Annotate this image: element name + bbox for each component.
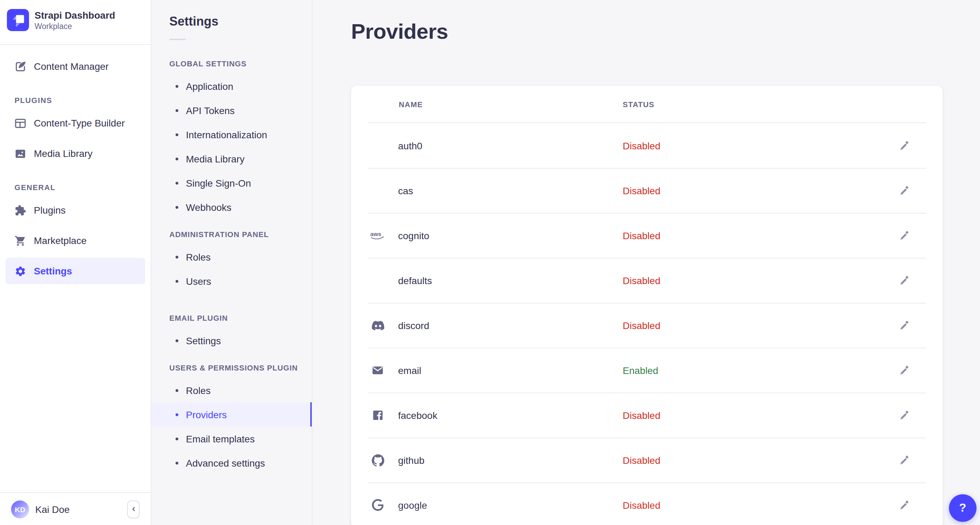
workspace-name: Workplace	[35, 21, 115, 31]
subnav-item-label: Media Library	[186, 153, 245, 164]
help-button-label: ?	[959, 501, 967, 515]
provider-name: cas	[398, 168, 413, 213]
subnav-item-label: Roles	[186, 251, 211, 262]
subnav-item-email-templates[interactable]: Email templates	[151, 426, 312, 451]
subnav-item-label: Advanced settings	[186, 457, 265, 468]
subnav-item-api-tokens[interactable]: API Tokens	[151, 98, 312, 123]
edit-provider-button[interactable]	[894, 226, 914, 245]
edit-provider-button[interactable]	[894, 495, 914, 515]
column-header-name: NAME	[399, 86, 423, 123]
pencil-icon	[899, 364, 910, 376]
no-icon	[370, 168, 386, 213]
provider-status: Disabled	[623, 213, 660, 258]
edit-provider-button[interactable]	[894, 450, 914, 470]
subnav-section-email-plugin: EMAIL PLUGIN Settings	[151, 314, 312, 353]
edit-provider-button[interactable]	[894, 361, 914, 380]
nav-item-media-library[interactable]: Media Library	[6, 140, 145, 167]
nav-item-label: Marketplace	[34, 235, 87, 246]
subnav-item-users[interactable]: Users	[151, 269, 312, 293]
subnav-item-label: Email templates	[186, 433, 255, 444]
pencil-icon	[899, 140, 910, 151]
pencil-icon	[899, 455, 910, 466]
bullet-icon	[175, 206, 178, 208]
nav-section-general-label: GENERAL	[0, 183, 151, 191]
bullet-icon	[175, 133, 178, 136]
edit-provider-button[interactable]	[894, 181, 914, 200]
provider-name: github	[398, 438, 424, 482]
subnav-item-label: API Tokens	[186, 105, 235, 116]
nav-item-settings[interactable]: Settings	[6, 258, 145, 284]
bullet-icon	[175, 339, 178, 342]
divider	[169, 39, 186, 40]
provider-row-defaults: defaults Disabled	[351, 258, 943, 303]
table-header-row: NAME STATUS	[351, 86, 943, 123]
provider-name: defaults	[398, 258, 432, 303]
user-avatar[interactable]: KD	[11, 500, 29, 518]
provider-status: Disabled	[623, 482, 660, 525]
subnav-title: Settings	[151, 14, 312, 29]
subnav-item-label: Settings	[186, 335, 221, 346]
provider-row-discord: discord Disabled	[351, 303, 943, 348]
nav-item-label: Plugins	[34, 205, 66, 216]
subnav-item-media-library[interactable]: Media Library	[151, 146, 312, 171]
subnav-section-users-permissions-plugin: USERS & PERMISSIONS PLUGIN Roles Provide…	[151, 364, 312, 475]
provider-status: Disabled	[623, 168, 660, 213]
discord-icon	[370, 303, 386, 348]
help-button[interactable]: ?	[949, 494, 977, 522]
provider-status: Disabled	[623, 438, 660, 482]
edit-provider-button[interactable]	[894, 270, 914, 290]
subnav-item-internationalization[interactable]: Internationalization	[151, 123, 312, 146]
provider-name: auth0	[398, 123, 422, 168]
providers-table-card: NAME STATUS auth0 Disabled cas Disabled …	[351, 86, 943, 525]
media-library-icon	[14, 147, 26, 160]
bullet-icon	[175, 389, 178, 391]
edit-provider-button[interactable]	[894, 315, 914, 335]
strapi-logo-icon	[7, 9, 29, 31]
no-icon	[370, 123, 386, 168]
subnav-section-label: GLOBAL SETTINGS	[151, 59, 312, 68]
provider-name: google	[398, 482, 427, 525]
provider-row-cognito: aws cognito Disabled	[351, 213, 943, 258]
subnav-item-settings[interactable]: Settings	[151, 328, 312, 353]
provider-row-github: github Disabled	[351, 438, 943, 482]
facebook-icon	[370, 393, 386, 438]
nav-item-content-manager[interactable]: Content Manager	[6, 53, 145, 80]
provider-name: cognito	[398, 213, 429, 258]
google-icon	[370, 482, 386, 525]
puzzle-icon	[14, 204, 26, 216]
bullet-icon	[175, 181, 178, 184]
divider	[0, 44, 151, 45]
subnav-sections: GLOBAL SETTINGS Application API Tokens I…	[151, 59, 312, 475]
subnav-item-label: Application	[186, 81, 233, 92]
strapi-admin-app: Strapi Dashboard Workplace Content Manag…	[0, 0, 980, 525]
subnav-item-label: Roles	[186, 385, 211, 396]
brand-text: Strapi Dashboard Workplace	[35, 10, 115, 31]
table-body: auth0 Disabled cas Disabled aws cognito …	[351, 123, 943, 525]
main-content: Providers NAME STATUS auth0 Disabled cas…	[312, 0, 980, 525]
nav-item-label: Settings	[34, 266, 72, 277]
github-icon	[370, 438, 386, 482]
subnav-item-webhooks[interactable]: Webhooks	[151, 195, 312, 219]
subnav-item-single-sign-on[interactable]: Single Sign-On	[151, 171, 312, 195]
subnav-item-label: Providers	[186, 409, 227, 420]
nav-item-content-type-builder[interactable]: Content-Type Builder	[6, 110, 145, 136]
collapse-sidebar-button[interactable]	[127, 500, 140, 518]
edit-provider-button[interactable]	[894, 136, 914, 155]
subnav-item-roles[interactable]: Roles	[151, 245, 312, 269]
nav-item-marketplace[interactable]: Marketplace	[6, 228, 145, 254]
pencil-icon	[899, 500, 910, 511]
pen-icon	[14, 60, 26, 73]
bullet-icon	[175, 461, 178, 464]
column-header-status: STATUS	[623, 86, 654, 123]
provider-row-cas: cas Disabled	[351, 168, 943, 213]
subnav-item-advanced-settings[interactable]: Advanced settings	[151, 451, 312, 475]
subnav-item-label: Internationalization	[186, 129, 267, 140]
subnav-item-roles[interactable]: Roles	[151, 378, 312, 402]
subnav-item-label: Single Sign-On	[186, 177, 251, 188]
subnav-item-providers[interactable]: Providers	[151, 402, 312, 426]
subnav-item-application[interactable]: Application	[151, 74, 312, 98]
svg-text:aws: aws	[371, 231, 382, 237]
nav-item-label: Content Manager	[34, 61, 108, 72]
nav-item-plugins[interactable]: Plugins	[6, 197, 145, 223]
edit-provider-button[interactable]	[894, 406, 914, 425]
